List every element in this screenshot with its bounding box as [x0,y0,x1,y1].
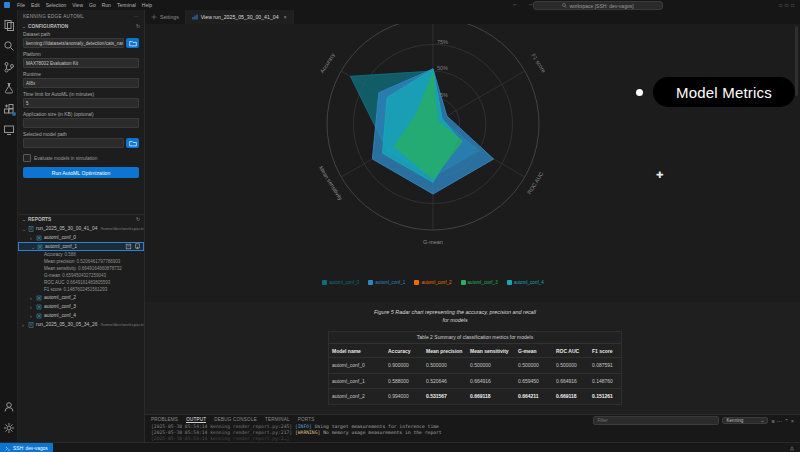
legend-automl_conf_4[interactable]: automl_conf_4 [507,280,544,285]
vscode-logo-icon [4,2,10,8]
run-automl-button[interactable]: Run AutoML Optimization [23,167,139,178]
model-path-input[interactable] [23,138,124,148]
refresh-icon[interactable]: ↻ [136,24,140,29]
reports-tree: ⌄run_2025_05_30_00_41_04/home/dev/worksp… [18,224,144,329]
table-title: Table 2 Summary of classification metric… [329,332,621,343]
test-flask-icon[interactable] [0,77,18,98]
folder-icon [129,141,136,145]
command-center-search[interactable]: workspace [SSH: dev-vagos] [533,1,663,10]
remote-explorer-icon[interactable] [0,119,18,140]
gear-icon [151,14,157,20]
search-box-text: workspace [SSH: dev-vagos] [569,3,633,9]
menu-go[interactable]: Go [86,2,99,8]
metric-roc-auc: ROC AUC0.6649161483805593 [18,279,144,286]
bell-icon[interactable] [789,445,795,452]
editor-tab-bar: Settings View run_2025_05_30_00_41_04 × [145,10,800,25]
search-icon [562,3,567,8]
tree-item-automl_conf_0[interactable]: ›automl_conf_0 [18,233,144,242]
figure-caption: Figure 5 Radar chart representing the ac… [245,308,665,324]
tree-item-automl_conf_4[interactable]: ›automl_conf_4 [18,311,144,320]
accounts-icon[interactable] [0,396,18,417]
report-run-run_2025_05_30_05_34_26[interactable]: ›run_2025_05_30_05_34_26/home/dev/worksp… [18,320,144,329]
reports-section-header[interactable]: ⌄REPORTS ↻ [18,215,144,224]
panel-tab-debug-console[interactable]: DEBUG CONSOLE [214,417,257,422]
tab-settings[interactable]: Settings [145,10,186,24]
tree-item-automl_conf_3[interactable]: ›automl_conf_3 [18,302,144,311]
radial-tick: 50% [437,65,448,71]
layout-controls[interactable]: □□□ [779,2,797,8]
col-roc-auc: ROC AUC [553,348,589,354]
col-g-mean: G-mean [515,348,553,354]
menu-bar: FileEditSelectionViewGoRunTerminalHelp [14,2,155,8]
search-icon[interactable] [0,35,18,56]
explorer-icon[interactable] [0,14,18,35]
report-run-run_2025_05_30_00_41_04[interactable]: ⌄run_2025_05_30_00_41_04/home/dev/worksp… [18,224,144,233]
menu-file[interactable]: File [14,2,28,8]
configuration-section-header[interactable]: ⌄CONFIGURATION ↻ [18,22,144,31]
table-row: automl_conf_10.5880000.5206460.6649160.6… [329,373,621,389]
folder-icon [129,41,136,45]
radar-chart-panel: 25%50%75%Mean precisionF1 scoreROC AUCG-… [145,24,800,302]
panel-tab-ports[interactable]: PORTS [298,417,315,422]
remote-indicator[interactable]: SSH: dev-vagos [0,443,53,452]
model-path-label: Selected model path [23,131,139,138]
dataset-path-input[interactable]: kenning:///datasets/anomaly_detection/ca… [23,38,124,48]
vscode-window: FileEditSelectionViewGoRunTerminalHelp ←… [0,0,800,452]
dataset-path-browse-button[interactable] [126,38,139,48]
axis-label-roc-auc: ROC AUC [526,171,544,195]
table-row: automl_conf_00.9000000.5000000.5000000.5… [329,357,621,373]
menu-view[interactable]: View [69,2,86,8]
axis-label-mean-sensitivity: Mean sensitivity [318,165,344,202]
legend-automl_conf_0[interactable]: automl_conf_0 [322,280,359,285]
activity-bar [0,10,18,442]
panel-tab-terminal[interactable]: TERMINAL [265,417,290,422]
output-filter-input[interactable] [593,416,719,425]
menu-terminal[interactable]: Terminal [114,2,139,8]
settings-gear-icon[interactable] [0,417,18,438]
extensions-icon[interactable] [0,98,18,119]
menu-help[interactable]: Help [139,2,155,8]
mouse-cursor: ✚ [656,170,664,180]
export-report-icon[interactable] [134,243,141,250]
close-icon[interactable]: × [284,14,287,20]
badge-dot [12,112,16,116]
legend-automl_conf_1[interactable]: automl_conf_1 [368,280,405,285]
output-channel-select[interactable]: Kenning⌄ [722,417,768,424]
tree-item-automl_conf_1[interactable]: ⌄automl_conf_1 [18,242,144,251]
axis-label-g-mean: G-mean [423,239,443,245]
panel-terminal: PROBLEMSOUTPUTDEBUG CONSOLETERMINALPORTS… [145,414,800,442]
panel-action-icons[interactable]: ≡⋯⌃× [771,418,796,424]
tree-item-automl_conf_2[interactable]: ›automl_conf_2 [18,293,144,302]
legend-chip [461,280,466,285]
panel-tab-problems[interactable]: PROBLEMS [151,417,178,422]
tab-view-run[interactable]: View run_2025_05_30_00_41_04 × [186,10,294,24]
menu-edit[interactable]: Edit [28,2,43,8]
editor-scrollbar[interactable] [795,26,798,96]
menu-run[interactable]: Run [99,2,114,8]
time-limit-input[interactable]: 5 [23,98,139,108]
menu-selection[interactable]: Selection [43,2,70,8]
more-actions-icon[interactable]: ⋯ [134,14,139,19]
radial-tick: 75% [437,39,448,45]
model-path-browse-button[interactable] [126,138,139,148]
app-size-input[interactable] [23,118,139,128]
metrics-table: Table 2 Summary of classification metric… [328,331,622,405]
open-report-icon[interactable] [125,243,132,250]
evaluate-simulation-checkbox[interactable] [23,154,31,162]
runtime-input[interactable]: AI8x [23,78,139,88]
chart-legend: automl_conf_0automl_conf_1automl_conf_2a… [145,280,721,285]
source-control-icon[interactable] [0,56,18,77]
panel-tab-output[interactable]: OUTPUT [186,417,206,423]
platform-input[interactable]: MAX78002 Evaluation Kit [23,58,139,68]
radar-chart: 25%50%75%Mean precisionF1 scoreROC AUCG-… [145,24,800,302]
legend-automl_conf_2[interactable]: automl_conf_2 [414,280,451,285]
remote-icon [5,445,11,451]
legend-automl_conf_3[interactable]: automl_conf_3 [461,280,498,285]
refresh-reports-icon[interactable]: ↻ [136,217,140,222]
legend-label: automl_conf_1 [375,280,405,285]
legend-label: automl_conf_3 [468,280,498,285]
legend-label: automl_conf_4 [514,280,544,285]
panel-title: KENNING EDGE AUTOML [23,14,84,19]
col-mean-precision: Mean precision [423,348,467,354]
col-model-name: Model name [329,348,385,354]
